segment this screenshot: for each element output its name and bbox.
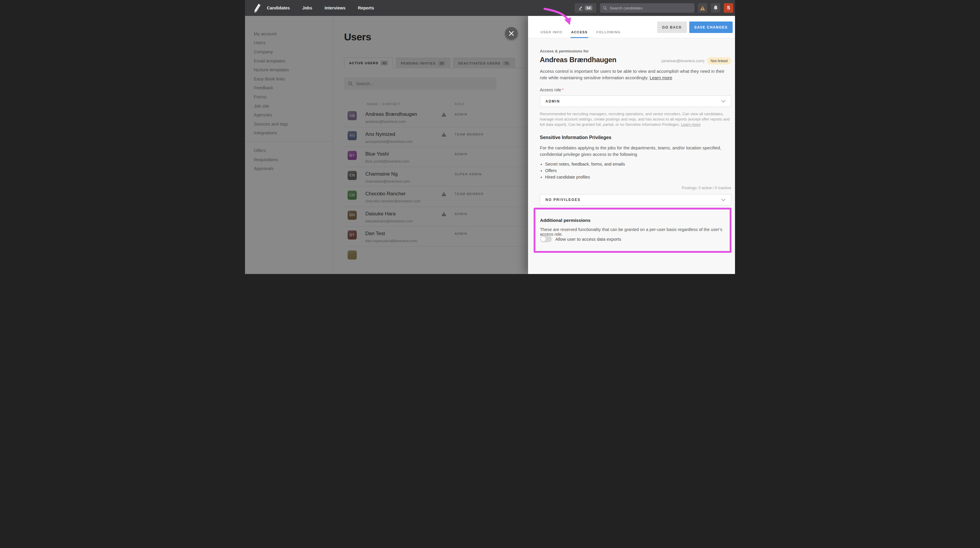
- panel-user-name: Andreas Brændhaugen: [540, 56, 616, 64]
- sensitive-info-title: Sensitive Information Privileges: [540, 135, 611, 140]
- bell-icon: [713, 5, 718, 11]
- learn-more-link[interactable]: Learn more: [649, 75, 672, 80]
- access-role-label: Access role*: [540, 87, 564, 92]
- nav-menu: Candidates Jobs Interviews Reports: [267, 0, 374, 16]
- list-item: Offers: [545, 167, 625, 174]
- additional-permissions-highlight: Additional permissions These are reserve…: [534, 208, 732, 253]
- nav-item-jobs[interactable]: Jobs: [302, 6, 312, 10]
- tab-user-info[interactable]: USER INFO: [540, 30, 563, 38]
- alerts-button[interactable]: [698, 3, 707, 13]
- panel-eyebrow: Access & permissions for: [540, 49, 589, 53]
- access-role-value: ADMIN: [546, 99, 560, 103]
- user-avatar[interactable]: S: [724, 3, 733, 13]
- chevron-down-icon: [721, 199, 725, 201]
- access-intro-text: Access control is important for users to…: [540, 68, 732, 81]
- search-placeholder: Search candidates: [610, 6, 643, 10]
- nav-item-candidates[interactable]: Candidates: [267, 6, 290, 10]
- not-linked-badge: Not linked: [707, 57, 731, 65]
- additional-permissions-title: Additional permissions: [540, 218, 590, 223]
- access-role-help-text: Recommended for recruiting managers, rec…: [540, 111, 732, 127]
- learn-more-link[interactable]: Learn more: [681, 122, 700, 127]
- top-nav: Candidates Jobs Interviews Reports 54 Se…: [245, 0, 735, 16]
- nav-item-interviews[interactable]: Interviews: [325, 6, 345, 10]
- data-exports-toggle[interactable]: [540, 236, 552, 242]
- save-changes-button[interactable]: SAVE CHANGES: [689, 22, 733, 33]
- close-icon: [509, 31, 514, 36]
- close-button[interactable]: [505, 27, 518, 40]
- list-item: Hired candidate profiles: [545, 174, 625, 180]
- modal-backdrop[interactable]: [245, 16, 528, 274]
- candidate-search-input[interactable]: Search candidates: [600, 3, 694, 13]
- go-back-button[interactable]: GO BACK: [657, 22, 687, 33]
- panel-tabs: USER INFO ACCESS FOLLOWING: [540, 30, 621, 38]
- panel-user-email: (andreas@levertest.com): [661, 59, 704, 63]
- sensitive-info-description: For the candidates applying to the jobs …: [540, 145, 732, 157]
- access-role-select[interactable]: ADMIN: [540, 95, 731, 107]
- warning-triangle-icon: [700, 6, 705, 11]
- pencil-icon: [578, 6, 583, 10]
- postings-note: Postings: 0 active / 0 inactive: [682, 186, 731, 190]
- chevron-down-icon: [721, 100, 725, 103]
- list-item: Secret notes, feedback, forms, and email…: [545, 161, 625, 167]
- app-window: Candidates Jobs Interviews Reports 54 Se…: [245, 0, 735, 274]
- nav-item-reports[interactable]: Reports: [358, 6, 374, 10]
- search-icon: [603, 6, 607, 10]
- toggle-knob: [541, 237, 546, 241]
- privileges-select[interactable]: NO PRIVILEGES: [540, 194, 731, 205]
- required-asterisk: *: [562, 87, 563, 92]
- tab-following[interactable]: FOLLOWING: [596, 30, 621, 38]
- privileges-value: NO PRIVILEGES: [546, 198, 581, 202]
- drafts-count-badge: 54: [585, 6, 592, 10]
- additional-permissions-description: These are reserved functionality that ca…: [540, 227, 723, 237]
- tab-access[interactable]: ACCESS: [571, 30, 588, 38]
- sensitive-info-list: Secret notes, feedback, forms, and email…: [540, 161, 625, 180]
- toggle-label: Allow user to access data exports: [555, 237, 621, 241]
- drafts-button[interactable]: 54: [574, 3, 596, 13]
- lever-logo-icon[interactable]: [253, 3, 262, 13]
- panel-header: USER INFO ACCESS FOLLOWING GO BACK SAVE …: [528, 16, 735, 38]
- access-permissions-panel: USER INFO ACCESS FOLLOWING GO BACK SAVE …: [528, 16, 735, 274]
- notifications-button[interactable]: [711, 3, 720, 13]
